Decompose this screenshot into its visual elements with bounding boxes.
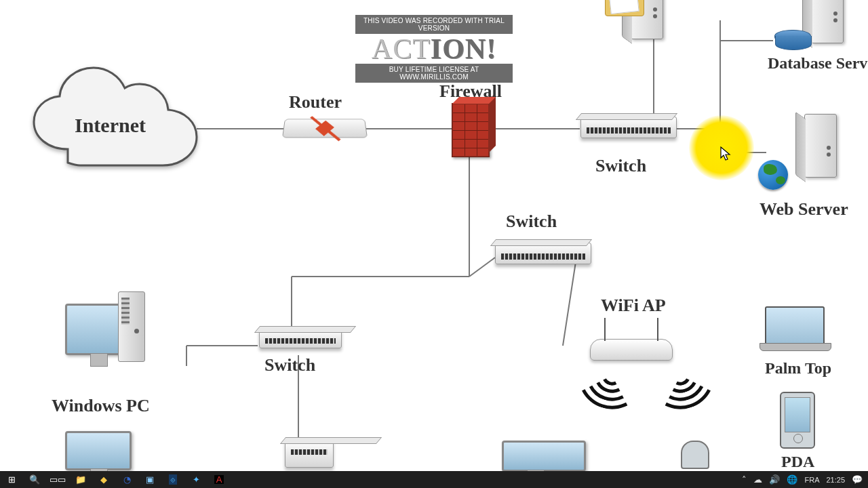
wifi-ap-icon [590,339,673,361]
partial-device-icon [285,441,334,468]
chevron-up-icon[interactable]: ˄ [742,475,747,484]
file-explorer-button[interactable]: 📁 [69,471,92,488]
router-icon [283,117,366,140]
pda-label: PDA [781,453,814,471]
start-button[interactable]: ⊞ [0,471,23,488]
search-button[interactable]: 🔍 [23,471,46,488]
partial-monitor-2-icon [502,441,586,472]
switch-top-label: Switch [595,156,646,176]
app-button-2[interactable]: ▣ [138,471,161,488]
diagram-canvas: Internet Router Firewall Switch Database… [0,0,868,471]
watermark-logo: ACTION! [355,34,513,64]
switch-mid-icon [495,243,591,264]
router-label: Router [289,92,342,113]
database-server-label: Database Server [768,54,868,72]
network-icon[interactable]: 🌐 [787,475,797,484]
firewall-icon [452,103,490,157]
svg-line-12 [563,258,576,346]
palm-top-label: Palm Top [765,359,831,378]
web-server-label: Web Server [760,199,848,220]
task-view-button[interactable]: ▭▭ [46,471,69,488]
switch-low-label: Switch [264,355,315,375]
search-icon: 🔍 [29,475,40,484]
edge-button[interactable]: ◔ [115,471,138,488]
internet-label: Internet [75,114,146,137]
app-button-1[interactable]: ◆ [92,471,115,488]
windows-icon: ⊞ [8,475,16,484]
taskview-icon: ▭▭ [50,475,66,484]
volume-icon[interactable]: 🔊 [769,475,780,484]
svg-line-5 [469,258,495,277]
partial-phone-icon [681,441,709,469]
windows-pc-label: Windows PC [52,396,150,416]
partial-monitor-icon [65,431,132,470]
switch-mid-label: Switch [506,211,557,232]
onedrive-icon[interactable]: ☁ [753,475,762,484]
watermark-top-text: THIS VIDEO WAS RECORDED WITH TRIAL VERSI… [355,15,513,34]
taskbar[interactable]: ⊞ 🔍 ▭▭ 📁 ◆ ◔ ▣ ⟐ ✦ A ˄ ☁ 🔊 🌐 FRA 21:25 💬 [0,471,868,488]
cursor-icon [720,146,732,165]
folder-icon [605,0,644,16]
wifi-ap-label: WiFi AP [601,296,666,316]
windows-pc-tower-icon [118,291,145,362]
web-server-tower-icon [804,114,837,178]
language-indicator[interactable]: FRA [804,476,819,484]
folder-icon: 📁 [75,475,86,484]
trial-watermark: THIS VIDEO WAS RECORDED WITH TRIAL VERSI… [355,15,513,83]
watermark-bottom-text: BUY LIFETIME LICENSE AT WWW.MIRILLIS.COM [355,64,513,83]
action-recorder-button[interactable]: A [208,471,231,488]
app-button-4[interactable]: ✦ [184,471,208,488]
firewall-label: Firewall [439,81,502,102]
notifications-icon[interactable]: 💬 [852,475,863,484]
clock[interactable]: 21:25 [826,476,845,484]
switch-top-icon [580,117,677,138]
database-server-tower-icon [811,0,844,43]
pda-icon [780,392,815,449]
system-tray[interactable]: ˄ ☁ 🔊 🌐 FRA 21:25 💬 [736,475,868,484]
app-button-3[interactable]: ⟐ [161,471,184,488]
globe-icon [758,160,788,190]
palm-top-icon [765,306,825,346]
switch-low-icon [259,329,342,348]
database-cylinder-icon [774,30,811,43]
